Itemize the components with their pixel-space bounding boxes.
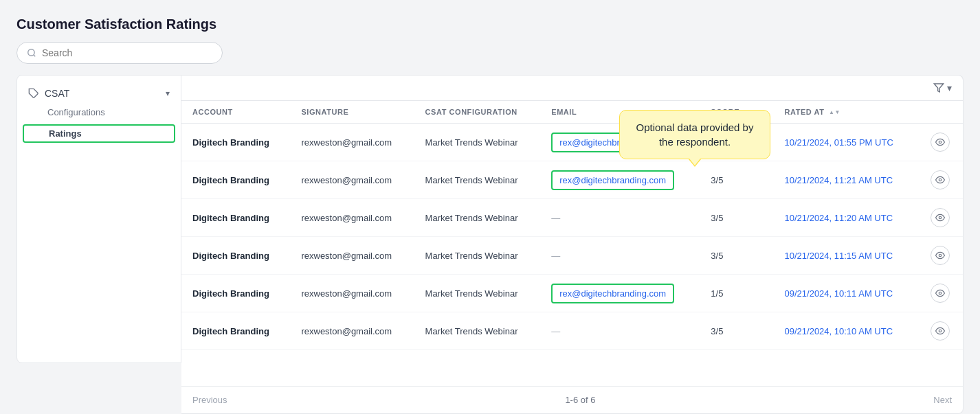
- col-account: ACCOUNT: [181, 101, 290, 124]
- ratings-table: ACCOUNT SIGNATURE CSAT CONFIGURATION EMA…: [181, 101, 963, 350]
- cell-account: Digitech Branding: [181, 312, 290, 350]
- view-button[interactable]: [931, 133, 950, 152]
- cell-account: Digitech Branding: [181, 161, 290, 199]
- cell-account: Digitech Branding: [181, 275, 290, 312]
- search-icon: [27, 48, 36, 58]
- table-container: Optional data provided by the respondent…: [181, 75, 964, 414]
- cell-account: Digitech Branding: [181, 237, 290, 275]
- cell-score: 3/5: [700, 237, 773, 275]
- cell-email: —: [540, 237, 700, 275]
- table-toolbar: ▾: [181, 76, 963, 101]
- cell-view: [917, 312, 963, 350]
- view-button[interactable]: [931, 246, 950, 265]
- cell-csat-config: Market Trends Webinar: [414, 161, 541, 199]
- cell-score: 3/5: [700, 161, 773, 199]
- next-button[interactable]: Next: [933, 395, 952, 405]
- table-row: Digitech Brandingrexweston@gmail.comMark…: [181, 161, 963, 199]
- tooltip-container: Optional data provided by the respondent…: [619, 110, 770, 159]
- cell-account: Digitech Branding: [181, 124, 290, 161]
- cell-csat-config: Market Trends Webinar: [414, 199, 541, 237]
- cell-email: rex@digitechbranding.com: [540, 275, 700, 312]
- cell-score: 3/5: [700, 312, 773, 350]
- cell-score: 1/5: [700, 275, 773, 312]
- sidebar-csat-label: CSAT: [45, 88, 160, 99]
- cell-rated-at: 10/21/2024, 11:20 AM UTC: [774, 199, 917, 237]
- cell-signature: rexweston@gmail.com: [290, 275, 414, 312]
- search-input[interactable]: [42, 47, 212, 58]
- filter-chevron-icon: ▾: [947, 82, 952, 93]
- pagination: Previous 1-6 of 6 Next: [181, 386, 963, 413]
- svg-point-4: [939, 179, 942, 181]
- page-title: Customer Satisfaction Ratings: [16, 16, 964, 32]
- sidebar-csat-row[interactable]: CSAT ▾: [17, 84, 181, 103]
- cell-rated-at: 10/21/2024, 01:55 PM UTC: [774, 124, 917, 161]
- cell-signature: rexweston@gmail.com: [290, 199, 414, 237]
- tooltip-text: Optional data provided by the respondent…: [636, 122, 754, 148]
- cell-account: Digitech Branding: [181, 199, 290, 237]
- cell-email: rex@digitechbranding.com: [540, 161, 700, 199]
- cell-signature: rexweston@gmail.com: [290, 312, 414, 350]
- col-actions: [917, 101, 963, 124]
- page-info: 1-6 of 6: [565, 395, 595, 405]
- table-row: Digitech Brandingrexweston@gmail.comMark…: [181, 199, 963, 237]
- col-csat-config: CSAT CONFIGURATION: [414, 101, 541, 124]
- svg-point-6: [939, 254, 942, 257]
- table-header: ACCOUNT SIGNATURE CSAT CONFIGURATION EMA…: [181, 101, 963, 124]
- cell-csat-config: Market Trends Webinar: [414, 237, 541, 275]
- cell-csat-config: Market Trends Webinar: [414, 124, 541, 161]
- cell-csat-config: Market Trends Webinar: [414, 275, 541, 312]
- cell-signature: rexweston@gmail.com: [290, 161, 414, 199]
- svg-point-5: [939, 216, 942, 219]
- svg-point-7: [939, 292, 942, 295]
- tooltip-bubble: Optional data provided by the respondent…: [619, 110, 770, 159]
- rated-at-sort-icons: ▲▼: [829, 110, 840, 115]
- view-button[interactable]: [931, 284, 950, 303]
- cell-view: [917, 237, 963, 275]
- table-row: Digitech Brandingrexweston@gmail.comMark…: [181, 275, 963, 312]
- table-row: Digitech Brandingrexweston@gmail.comMark…: [181, 312, 963, 350]
- svg-point-0: [28, 49, 34, 56]
- prev-button[interactable]: Previous: [192, 395, 227, 405]
- svg-marker-2: [934, 84, 943, 92]
- cell-signature: rexweston@gmail.com: [290, 124, 414, 161]
- sidebar: CSAT ▾ Configurations Ratings: [16, 75, 181, 363]
- cell-signature: rexweston@gmail.com: [290, 237, 414, 275]
- cell-csat-config: Market Trends Webinar: [414, 312, 541, 350]
- search-bar: [16, 42, 223, 64]
- filter-icon: [933, 82, 944, 93]
- cell-score: 3/5: [700, 199, 773, 237]
- col-rated-at[interactable]: RATED AT ▲▼: [774, 101, 917, 124]
- sidebar-item-ratings[interactable]: Ratings: [23, 124, 175, 143]
- svg-point-3: [939, 141, 942, 143]
- table-body: Digitech Brandingrexweston@gmail.comMark…: [181, 124, 963, 350]
- svg-point-8: [939, 330, 942, 332]
- cell-rated-at: 09/21/2024, 10:11 AM UTC: [774, 275, 917, 312]
- cell-view: [917, 275, 963, 312]
- main-content: CSAT ▾ Configurations Ratings Optional d…: [16, 75, 964, 414]
- chevron-down-icon: ▾: [166, 89, 170, 98]
- sidebar-item-configurations[interactable]: Configurations: [17, 103, 181, 122]
- view-button[interactable]: [931, 321, 950, 341]
- cell-view: [917, 161, 963, 199]
- cell-rated-at: 10/21/2024, 11:15 AM UTC: [774, 237, 917, 275]
- tag-icon: [28, 88, 39, 99]
- table-row: Digitech Brandingrexweston@gmail.comMark…: [181, 124, 963, 161]
- cell-rated-at: 10/21/2024, 11:21 AM UTC: [774, 161, 917, 199]
- cell-view: [917, 199, 963, 237]
- cell-email: —: [540, 312, 700, 350]
- cell-view: [917, 124, 963, 161]
- cell-email: —: [540, 199, 700, 237]
- view-button[interactable]: [931, 208, 950, 227]
- table-row: Digitech Brandingrexweston@gmail.comMark…: [181, 237, 963, 275]
- col-signature: SIGNATURE: [290, 101, 414, 124]
- filter-button[interactable]: ▾: [933, 82, 952, 93]
- cell-rated-at: 09/21/2024, 10:10 AM UTC: [774, 312, 917, 350]
- view-button[interactable]: [931, 170, 950, 189]
